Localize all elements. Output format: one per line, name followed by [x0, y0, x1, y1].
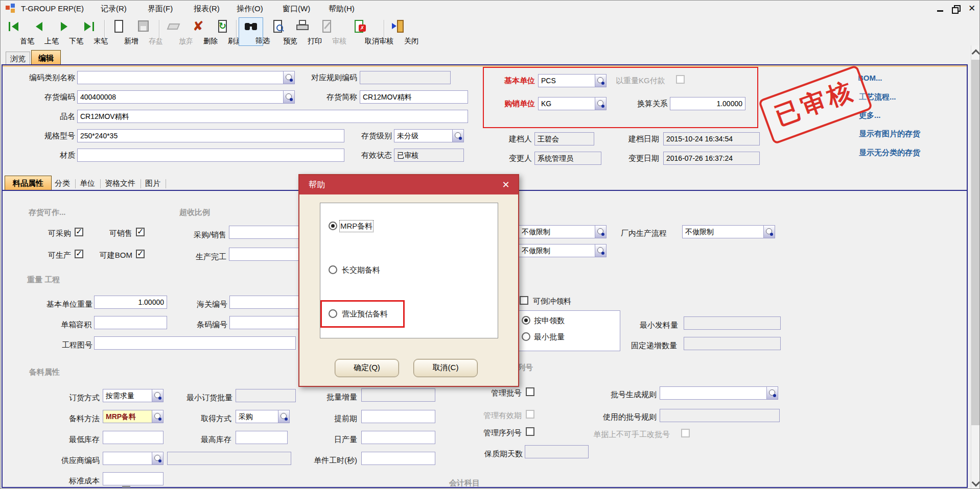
issue-by-request-radio[interactable] [522, 316, 530, 325]
dialog-close-icon[interactable]: ✕ [500, 179, 512, 191]
subtab-category[interactable]: 分类 [55, 178, 70, 188]
trade-unit-field[interactable]: KG [538, 97, 595, 110]
purchasable-checkbox[interactable] [75, 228, 83, 236]
order-mode-lookup-icon[interactable] [152, 389, 164, 402]
restore-button[interactable] [950, 4, 961, 14]
base-unit-field[interactable]: PCS [538, 74, 595, 87]
toolbar-first-button[interactable]: 首笔 [3, 17, 27, 46]
base-unit-lookup-icon[interactable] [595, 74, 606, 87]
sales-estimate-prep-radio[interactable] [329, 309, 337, 318]
daily-output-field[interactable] [361, 431, 435, 444]
min-stock-field[interactable] [103, 431, 164, 444]
menu-item-window[interactable]: 窗口(W) [283, 4, 310, 14]
tab-browse[interactable]: 浏览 [6, 52, 30, 65]
subtab-unit[interactable]: 单位 [80, 178, 95, 188]
item-name-field[interactable]: CR12MOV精料 [77, 110, 468, 123]
issue-min-batch-radio[interactable] [522, 332, 530, 341]
dialog-ok-button[interactable]: 确定(Q) [335, 359, 399, 377]
conversion-field[interactable]: 1.00000 [670, 97, 745, 110]
item-short-field[interactable]: CR12MOV精料 [360, 90, 468, 104]
toolbar-prev-button[interactable]: 上笔 [27, 17, 52, 46]
acquire-lookup-icon[interactable] [278, 410, 290, 423]
acquire-field[interactable]: 采购 [236, 410, 278, 423]
menu-item-interface[interactable]: 界面(F) [148, 4, 173, 14]
subtab-qualification[interactable]: 资格文件 [105, 178, 135, 188]
minimize-button[interactable] [935, 4, 946, 14]
tab-edit[interactable]: 编辑 [31, 50, 61, 65]
prep-method-field[interactable]: MRP备料 [103, 410, 152, 423]
sellable-checkbox[interactable] [136, 228, 145, 236]
unit-weight-field[interactable]: 1.00000 [94, 296, 167, 309]
coding-category-field[interactable] [77, 71, 284, 84]
manage-serial-checkbox[interactable] [526, 427, 534, 436]
toolbar-last-button[interactable]: 末笔 [76, 17, 101, 46]
manage-batch-checkbox[interactable] [526, 387, 534, 396]
prod-ratio-field[interactable] [229, 248, 303, 261]
item-code-lookup-icon[interactable] [284, 90, 295, 104]
toolbar-filter-button[interactable]: 筛选 [239, 17, 263, 46]
supplier-lookup-icon[interactable] [152, 452, 164, 465]
menu-item-record[interactable]: 记录(R) [101, 4, 127, 14]
trade-unit-lookup-icon[interactable] [595, 97, 606, 110]
toolbar-cancel-audit-button[interactable]: ✗ 取消审核 [339, 17, 379, 46]
backflush-checkbox[interactable] [520, 296, 528, 305]
limit1-field[interactable]: 不做限制 [519, 225, 595, 238]
toolbar-separator [159, 20, 159, 42]
batch-inc-label: 批量增量 [318, 392, 357, 402]
long-lead-prep-label[interactable]: 长交期备料 [342, 265, 380, 275]
toolbar-delete-button[interactable]: ✘ 删除 [186, 17, 211, 46]
batch-rule-field[interactable] [660, 386, 767, 400]
toolbar-next-button[interactable]: 下笔 [52, 17, 76, 46]
material-field[interactable] [77, 149, 344, 162]
std-cost-field[interactable] [103, 472, 164, 485]
show-unclassified-link[interactable]: 显示无分类的存货 [859, 148, 920, 158]
prep-method-lookup-icon[interactable] [152, 410, 164, 423]
drawing-field[interactable] [94, 336, 296, 350]
factory-flow-field[interactable]: 不做限制 [682, 225, 764, 238]
limit1-lookup-icon[interactable] [595, 225, 606, 238]
mrp-prep-label[interactable]: MRP备料 [340, 221, 372, 231]
level-lookup-icon[interactable] [453, 129, 464, 142]
producible-checkbox[interactable] [75, 250, 83, 258]
toolbar-close-button[interactable]: 关闭 [387, 17, 411, 46]
menu-item-help[interactable]: 帮助(H) [329, 4, 355, 14]
order-mode-field[interactable]: 按需求量 [103, 389, 152, 402]
level-field[interactable]: 未分级 [394, 129, 453, 142]
batch-rule-lookup-icon[interactable] [767, 386, 778, 400]
customs-field[interactable] [229, 296, 304, 309]
item-code-field[interactable]: 400400008 [77, 90, 284, 104]
menu-item-operation[interactable]: 操作(O) [237, 4, 263, 14]
factory-flow-lookup-icon[interactable] [764, 225, 775, 238]
min-issue-field [684, 316, 781, 330]
sales-estimate-prep-label[interactable]: 营业预估备料 [342, 309, 388, 319]
created-date-label: 建档日期 [605, 134, 659, 144]
close-window-button[interactable]: ✕ [966, 4, 977, 14]
limit2-field[interactable]: 不做限制 [519, 244, 595, 257]
refresh-icon: ↻ [215, 18, 231, 35]
subtab-attributes[interactable]: 料品属性 [5, 176, 52, 190]
scrollbar-thumb[interactable] [971, 60, 980, 425]
barcode-field[interactable] [229, 316, 304, 329]
spec-field[interactable]: 250*240*35 [77, 129, 344, 142]
show-with-images-link[interactable]: 显示有图片的存货 [859, 129, 920, 139]
toolbar-refresh-button[interactable]: ↻ 刷新 [211, 17, 235, 46]
volume-field[interactable] [94, 316, 167, 329]
long-lead-prep-radio[interactable] [329, 265, 337, 274]
mrp-prep-radio[interactable] [329, 222, 337, 230]
max-stock-field[interactable] [236, 431, 288, 444]
toolbar-new-button[interactable]: 新增 [107, 17, 131, 46]
coding-category-lookup-icon[interactable] [284, 71, 295, 84]
bom-allowed-checkbox[interactable] [136, 250, 145, 258]
dialog-cancel-button[interactable]: 取消(C) [413, 359, 478, 377]
ps-ratio-field[interactable] [229, 226, 303, 239]
toolbar-print-button[interactable]: 打印 [290, 17, 315, 46]
menu-item-report[interactable]: 报表(R) [194, 4, 220, 14]
work-time-field[interactable] [361, 452, 435, 465]
menu-item-app[interactable]: T-GROUP ERP(E) [21, 4, 84, 14]
limit2-lookup-icon[interactable] [595, 244, 606, 257]
lead-time-field[interactable] [361, 410, 435, 423]
supplier-field[interactable] [103, 452, 152, 465]
subtab-picture[interactable]: 图片 [145, 178, 160, 188]
toolbar-preview-button[interactable]: 预览 [266, 17, 290, 46]
help-dialog-titlebar[interactable]: 帮助 [299, 175, 518, 194]
